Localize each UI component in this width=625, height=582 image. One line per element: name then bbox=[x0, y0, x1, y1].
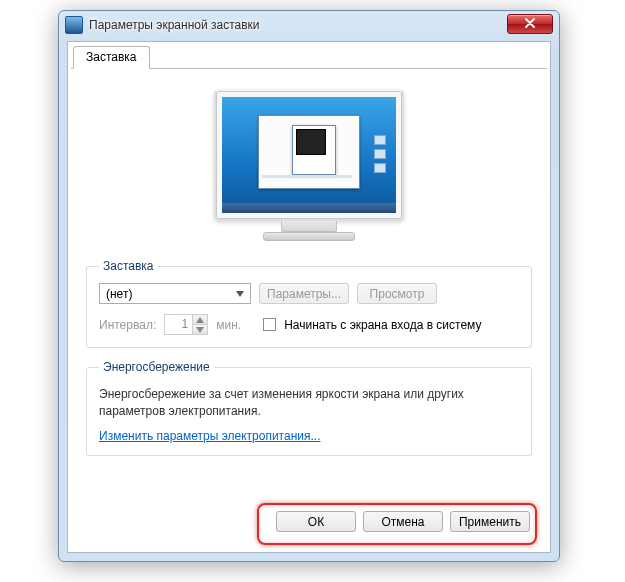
apply-button[interactable]: Применить bbox=[450, 511, 530, 532]
power-legend: Энергосбережение bbox=[99, 360, 214, 374]
button-label: Параметры... bbox=[267, 287, 341, 301]
ok-button[interactable]: ОК bbox=[276, 511, 356, 532]
tab-content: Заставка (нет) Параметры... Просмотр bbox=[68, 69, 550, 478]
preview-button: Просмотр bbox=[357, 283, 437, 304]
dialog-button-bar: ОК Отмена Применить bbox=[76, 502, 542, 544]
button-label: Применить bbox=[459, 515, 521, 529]
interval-label: Интервал: bbox=[99, 318, 156, 332]
preview-area bbox=[86, 79, 532, 259]
svg-marker-0 bbox=[236, 291, 244, 297]
screensaver-settings-window: Параметры экранной заставки Заставка bbox=[58, 10, 560, 562]
titlebar[interactable]: Параметры экранной заставки bbox=[59, 11, 559, 39]
tab-strip: Заставка bbox=[71, 45, 547, 69]
interval-value: 1 bbox=[165, 315, 192, 334]
svg-marker-2 bbox=[196, 327, 204, 333]
close-icon bbox=[525, 17, 535, 31]
window-icon bbox=[65, 16, 83, 34]
spinner-down-icon bbox=[193, 325, 207, 334]
button-label: ОК bbox=[308, 515, 324, 529]
power-options-link[interactable]: Изменить параметры электропитания... bbox=[99, 429, 320, 443]
chevron-down-icon bbox=[232, 286, 248, 302]
resume-checkbox-label: Начинать с экрана входа в систему bbox=[284, 318, 481, 332]
monitor-preview bbox=[214, 89, 404, 241]
screensaver-select-value: (нет) bbox=[106, 287, 132, 301]
svg-marker-1 bbox=[196, 317, 204, 323]
close-button[interactable] bbox=[507, 14, 553, 34]
power-description: Энергосбережение за счет изменения яркос… bbox=[99, 386, 519, 421]
window-title: Параметры экранной заставки bbox=[89, 18, 260, 32]
screensaver-select[interactable]: (нет) bbox=[99, 283, 251, 304]
settings-button: Параметры... bbox=[259, 283, 349, 304]
button-label: Просмотр bbox=[370, 287, 425, 301]
minutes-label: мин. bbox=[216, 318, 241, 332]
interval-spinner: 1 bbox=[164, 314, 208, 335]
spinner-up-icon bbox=[193, 315, 207, 325]
tab-label: Заставка bbox=[86, 50, 137, 64]
client-area: Заставка bbox=[67, 41, 551, 553]
tab-screensaver[interactable]: Заставка bbox=[73, 46, 150, 69]
cancel-button[interactable]: Отмена bbox=[363, 511, 443, 532]
screensaver-legend: Заставка bbox=[99, 259, 158, 273]
screensaver-group: Заставка (нет) Параметры... Просмотр bbox=[86, 259, 532, 348]
power-group: Энергосбережение Энергосбережение за сче… bbox=[86, 360, 532, 456]
resume-checkbox[interactable] bbox=[263, 318, 276, 331]
button-label: Отмена bbox=[381, 515, 424, 529]
